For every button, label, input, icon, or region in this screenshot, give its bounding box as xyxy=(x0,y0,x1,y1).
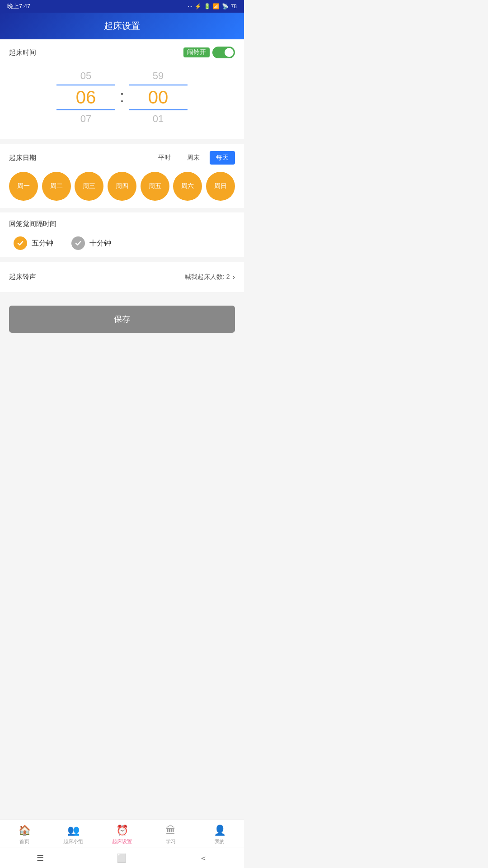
wifi-icon: 📡 xyxy=(222,3,229,9)
minute-next[interactable]: 01 xyxy=(153,110,164,127)
time-colon: : xyxy=(115,87,129,106)
signal-icon: 📶 xyxy=(213,3,220,9)
day-friday[interactable]: 周五 xyxy=(141,172,169,201)
hour-prev[interactable]: 05 xyxy=(80,67,91,85)
alarm-label: 起床时间 xyxy=(9,48,36,57)
page-header: 起床设置 xyxy=(0,13,244,39)
hour-current[interactable]: 06 xyxy=(56,85,115,110)
day-buttons: 周一 周二 周三 周四 周五 周六 周日 xyxy=(9,172,235,201)
day-saturday[interactable]: 周六 xyxy=(173,172,202,201)
date-options: 平时 周末 每天 xyxy=(152,151,235,165)
page-title: 起床设置 xyxy=(104,21,140,31)
snooze-ten[interactable]: 十分钟 xyxy=(71,236,111,250)
date-option-weekday[interactable]: 平时 xyxy=(152,151,177,165)
hour-column: 05 06 07 xyxy=(56,67,115,127)
minute-prev[interactable]: 59 xyxy=(153,67,164,85)
snooze-title: 回笼觉间隔时间 xyxy=(9,220,235,228)
alarm-toggle[interactable] xyxy=(212,47,235,58)
toggle-container: 闹铃开 xyxy=(183,47,235,58)
snooze-five[interactable]: 五分钟 xyxy=(14,236,53,250)
time-picker: 05 06 07 : 59 00 01 xyxy=(9,58,235,132)
battery-percent: 78 xyxy=(231,3,237,9)
status-bar: 晚上7:47 ··· ⚡ 🔋 📶 📡 78 xyxy=(0,0,244,13)
date-header: 起床日期 平时 周末 每天 xyxy=(9,151,235,165)
day-tuesday[interactable]: 周二 xyxy=(42,172,71,201)
snooze-five-label: 五分钟 xyxy=(32,239,53,248)
bluetooth-icon: ⚡ xyxy=(195,3,202,9)
status-icons: ··· ⚡ 🔋 📶 📡 78 xyxy=(188,3,237,9)
hour-next[interactable]: 07 xyxy=(80,110,91,127)
bell-section: 起床铃声 喊我起床人数: 2 › xyxy=(0,262,244,292)
alarm-section: 起床时间 闹铃开 05 06 07 : 59 00 01 xyxy=(0,39,244,139)
snooze-ten-label: 十分钟 xyxy=(89,239,111,248)
date-option-everyday[interactable]: 每天 xyxy=(210,151,235,165)
date-label: 起床日期 xyxy=(9,154,36,162)
bell-label: 起床铃声 xyxy=(9,273,36,281)
save-button[interactable]: 保存 xyxy=(9,306,235,333)
minute-current[interactable]: 00 xyxy=(129,85,188,110)
snooze-five-check xyxy=(14,236,27,250)
day-thursday[interactable]: 周四 xyxy=(108,172,136,201)
status-time: 晚上7:47 xyxy=(7,2,30,10)
save-container: 保存 xyxy=(0,297,244,342)
alarm-row: 起床时间 闹铃开 xyxy=(9,47,235,58)
toggle-label: 闹铃开 xyxy=(183,47,210,57)
battery-icon: 🔋 xyxy=(204,3,211,9)
bell-row[interactable]: 起床铃声 喊我起床人数: 2 › xyxy=(9,269,235,285)
snooze-options: 五分钟 十分钟 xyxy=(9,236,235,250)
date-option-weekend[interactable]: 周末 xyxy=(181,151,206,165)
chevron-right-icon: › xyxy=(233,273,235,281)
call-count: 喊我起床人数: 2 xyxy=(185,273,230,281)
minute-column: 59 00 01 xyxy=(129,67,188,127)
date-section: 起床日期 平时 周末 每天 周一 周二 周三 周四 周五 周六 周日 xyxy=(0,144,244,208)
snooze-section: 回笼觉间隔时间 五分钟 十分钟 xyxy=(0,212,244,257)
day-monday[interactable]: 周一 xyxy=(9,172,38,201)
day-sunday[interactable]: 周日 xyxy=(206,172,235,201)
snooze-ten-check xyxy=(71,236,85,250)
day-wednesday[interactable]: 周三 xyxy=(75,172,103,201)
bell-right: 喊我起床人数: 2 › xyxy=(185,273,235,281)
